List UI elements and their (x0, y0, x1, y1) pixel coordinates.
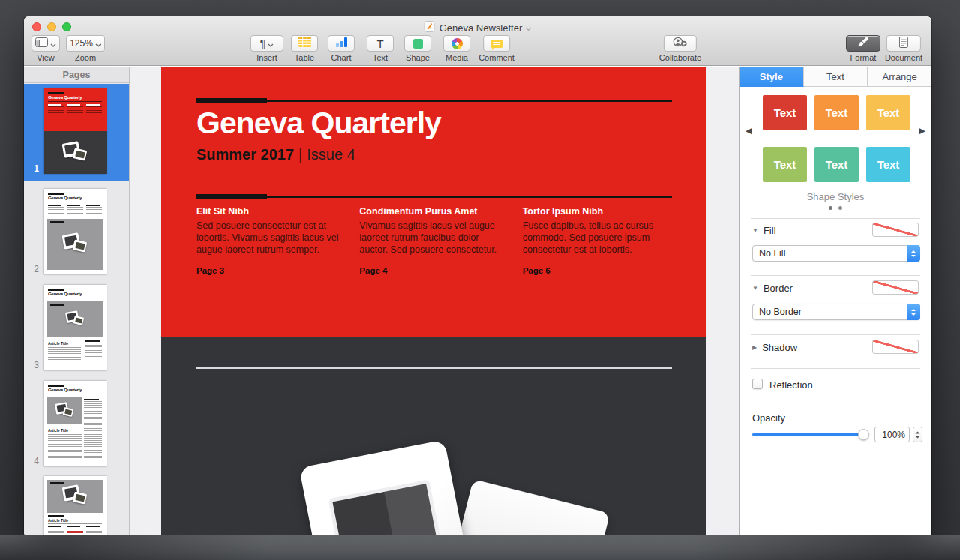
fill-section-header[interactable]: ▼ Fill (752, 225, 776, 236)
page-thumbnail[interactable]: Geneva Quarterly (44, 88, 106, 174)
disclosure-triangle-icon[interactable]: ▼ (752, 227, 758, 234)
page-dot[interactable] (829, 206, 832, 210)
border-color-well[interactable] (872, 280, 919, 295)
zoom-value: 125% (70, 38, 93, 49)
page-number: 1 (27, 163, 39, 174)
opacity-slider-thumb[interactable] (858, 429, 869, 440)
toc-page-ref: Page 4 (359, 266, 508, 275)
shape-style-swatch[interactable]: Text (866, 95, 910, 130)
shape-style-swatch[interactable]: Text (866, 147, 910, 182)
shape-style-swatch[interactable]: Text (763, 95, 807, 130)
comment-group: Comment (478, 35, 514, 62)
insert-label: Insert (256, 54, 278, 62)
swatch-page-next-icon[interactable]: ▶ (920, 126, 926, 135)
divider (751, 368, 920, 369)
comment-label: Comment (478, 54, 514, 62)
desktop: Geneva Newsletter View 125% Zoom (0, 0, 960, 560)
page-thumbnail[interactable]: Geneva Quarterly (44, 189, 106, 274)
shadow-section-header[interactable]: ▶ Shadow (752, 342, 797, 353)
text-label: Text (373, 54, 388, 62)
issue-season: Summer 2017 (196, 146, 294, 163)
toc-column[interactable]: Condimentum Purus Amet Vivamus sagittis … (359, 206, 508, 275)
fill-color-well[interactable] (872, 223, 919, 237)
collaborate-icon (673, 37, 688, 50)
fill-value: No Fill (759, 248, 785, 259)
paragraph-icon: ¶ (260, 38, 266, 49)
shadow-color-well[interactable] (872, 340, 919, 354)
toc-heading: Condimentum Purus Amet (359, 206, 508, 217)
disclosure-triangle-icon[interactable]: ▶ (752, 344, 757, 351)
chart-button[interactable] (328, 35, 355, 52)
tab-text[interactable]: Text (804, 67, 868, 87)
reflection-checkbox[interactable] (752, 379, 763, 389)
page-number: 2 (27, 264, 39, 274)
shadow-label: Shadow (762, 342, 797, 353)
toc-column[interactable]: Elit Sit Nibh Sed posuere consectetur es… (196, 206, 346, 275)
page-thumbnail[interactable]: Geneva QuarterlyArticle Title (44, 381, 106, 466)
insert-button[interactable]: ¶ (250, 35, 284, 52)
text-button[interactable]: T (367, 35, 394, 52)
zoom-dropdown[interactable]: 125% (66, 35, 105, 52)
toc-heading: Tortor Ipsum Nibh (523, 206, 672, 217)
document-title[interactable]: Geneva Newsletter (440, 22, 523, 34)
toc-body: Vivamus sagittis lacus vel augue laoreet… (359, 220, 508, 256)
table-button[interactable] (291, 35, 318, 52)
newsletter-title[interactable]: Geneva Quarterly (196, 106, 441, 139)
shape-style-swatch[interactable]: Text (814, 95, 859, 130)
photo-section-rule (196, 367, 672, 369)
tab-style[interactable]: Style (740, 67, 804, 87)
media-label: Media (446, 54, 468, 62)
newsletter-page[interactable]: Geneva Quarterly Summer 2017|Issue 4 Eli… (161, 67, 706, 535)
photo-slides-icon (62, 485, 88, 508)
shape-button[interactable] (404, 35, 431, 52)
chart-label: Chart (332, 54, 352, 62)
fill-label: Fill (764, 225, 776, 236)
swatch-page-dots[interactable] (740, 206, 932, 210)
opacity-stepper[interactable] (913, 427, 922, 442)
page-thumbnail[interactable]: Article Title (44, 476, 106, 535)
border-dropdown[interactable]: No Border (752, 304, 920, 320)
collaborate-button[interactable] (664, 35, 697, 52)
comment-button[interactable] (483, 35, 510, 52)
collaborate-label: Collaborate (659, 54, 701, 62)
format-label: Format (850, 54, 877, 62)
page-dot[interactable] (838, 206, 842, 210)
dropdown-stepper-icon[interactable] (907, 304, 920, 320)
dropdown-stepper-icon[interactable] (907, 245, 920, 262)
swatch-page-prev-icon[interactable]: ◀ (746, 126, 752, 135)
text-group: T Text (367, 35, 394, 62)
shape-style-swatch[interactable]: Text (763, 147, 807, 182)
newsletter-masthead-section: Geneva Quarterly Summer 2017|Issue 4 Eli… (161, 67, 706, 337)
border-section-header[interactable]: ▼ Border (752, 283, 793, 294)
view-group: View (32, 35, 60, 62)
page-number: 4 (27, 456, 39, 466)
media-icon (452, 38, 463, 49)
photo-slides-icon (62, 142, 88, 164)
zoom-group: 125% Zoom (66, 35, 105, 62)
photo-slide-front[interactable] (299, 439, 478, 535)
media-button[interactable] (443, 35, 470, 52)
zoom-label: Zoom (75, 54, 96, 62)
photo-slides-icon (65, 311, 86, 328)
shape-style-swatch[interactable]: Text (814, 147, 859, 182)
tab-arrange[interactable]: Arrange (868, 67, 932, 87)
document-button[interactable] (886, 35, 921, 52)
toc-body: Fusce dapibus, tellus ac cursus commodo.… (523, 220, 672, 256)
view-icon (35, 37, 48, 50)
toc-page-ref: Page 6 (523, 266, 672, 275)
toc-column[interactable]: Tortor Ipsum Nibh Fusce dapibus, tellus … (523, 206, 672, 275)
photo-slide-back[interactable] (451, 479, 610, 535)
document-canvas: Geneva Quarterly Summer 2017|Issue 4 Eli… (130, 67, 739, 535)
format-button[interactable] (846, 35, 880, 52)
opacity-slider[interactable] (752, 433, 868, 436)
title-chevron-icon[interactable] (525, 22, 532, 34)
newsletter-issue-line[interactable]: Summer 2017|Issue 4 (196, 146, 356, 163)
fill-dropdown[interactable]: No Fill (752, 245, 920, 262)
opacity-value-field[interactable]: 100% (874, 427, 910, 442)
toc-columns: Elit Sit Nibh Sed posuere consectetur es… (196, 206, 672, 275)
disclosure-triangle-icon[interactable]: ▼ (752, 285, 758, 292)
insert-group: ¶ Insert (250, 35, 284, 62)
window-content: Pages Geneva Quarterly1Geneva Quarterly2… (24, 67, 932, 535)
view-button[interactable] (32, 35, 60, 52)
page-thumbnail[interactable]: Geneva QuarterlyArticle Title (44, 285, 106, 370)
